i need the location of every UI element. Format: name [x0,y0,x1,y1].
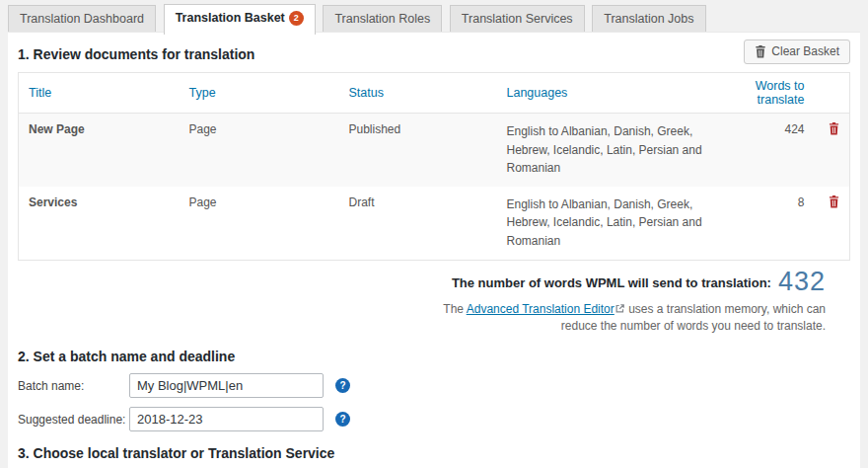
section2-heading: 2. Set a batch name and deadline [18,335,850,364]
section3-heading: 3. Choose local translator or Translatio… [18,431,850,461]
advanced-translation-editor-link[interactable]: Advanced Translation Editor [467,302,615,316]
document-row: Services Page Draft English to Albanian,… [19,187,850,260]
batch-name-label: Batch name: [18,379,129,393]
deadline-row: Suggested deadline: ? [18,407,850,431]
summary-total-words: 432 [778,267,826,296]
document-title: Services [19,187,180,260]
document-status: Published [339,114,497,187]
clear-basket-button[interactable]: Clear Basket [744,39,850,64]
batch-name-row: Batch name: ? [18,373,850,398]
tab-translation-basket-label: Translation Basket [176,11,285,25]
sort-header-title[interactable]: Title [19,73,180,114]
tab-translation-roles[interactable]: Translation Roles [323,5,442,33]
document-type: Page [180,187,339,260]
summary-label: The number of words WPML will send to tr… [452,275,771,290]
tab-translation-basket[interactable]: Translation Basket2 [164,4,316,35]
header-actions [815,73,850,114]
help-icon[interactable]: ? [335,412,350,427]
document-type: Page [180,114,339,187]
translation-basket-panel: Clear Basket 1. Review documents for tra… [8,32,860,468]
sort-header-languages[interactable]: Languages [497,73,744,114]
document-languages: English to Albanian, Danish, Greek, Hebr… [497,187,744,260]
remove-document-button[interactable] [829,122,839,135]
sort-header-status[interactable]: Status [339,73,497,114]
documents-table-header-row: Title Type Status Languages Words to tra… [19,73,850,114]
sort-header-type[interactable]: Type [180,73,339,114]
deadline-label: Suggested deadline: [18,413,129,427]
tab-bar: Translation Dashboard Translation Basket… [0,0,868,32]
trash-icon [829,122,839,135]
external-link-icon [615,302,624,316]
document-word-count: 8 [744,187,815,260]
sort-header-words[interactable]: Words to translate [744,73,815,114]
tab-translation-dashboard[interactable]: Translation Dashboard [8,5,156,33]
trash-icon [755,45,766,58]
section1-heading: 1. Review documents for translation [18,33,850,62]
document-title: New Page [19,114,180,187]
basket-count-badge: 2 [289,11,304,26]
document-word-count: 424 [744,114,815,187]
document-status: Draft [339,187,497,260]
batch-name-input[interactable] [129,373,324,398]
tab-translation-services[interactable]: Translation Services [450,5,585,33]
note-prefix: The [443,302,466,316]
tab-translation-jobs[interactable]: Translation Jobs [592,5,705,33]
remove-document-button[interactable] [829,195,839,208]
trash-icon [829,195,839,208]
help-icon[interactable]: ? [335,378,350,393]
summary-note: The Advanced Translation Editor uses a t… [426,301,826,336]
clear-basket-label: Clear Basket [771,44,839,58]
deadline-input[interactable] [129,407,324,431]
document-row: New Page Page Published English to Alban… [19,114,850,187]
word-count-summary: The number of words WPML will send to tr… [18,261,850,336]
document-languages: English to Albanian, Danish, Greek, Hebr… [497,114,744,187]
wpml-translation-management-page: Translation Dashboard Translation Basket… [0,0,868,468]
documents-table: Title Type Status Languages Words to tra… [18,72,850,261]
